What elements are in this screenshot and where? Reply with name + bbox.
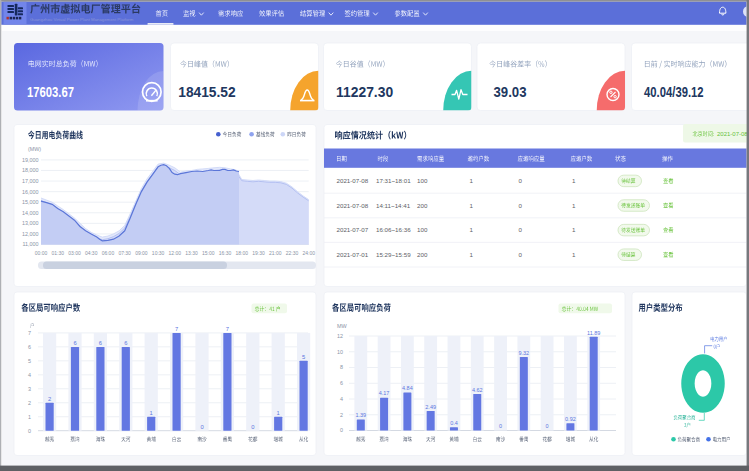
svg-text:(MW): (MW) [28, 146, 41, 152]
svg-text:14,000: 14,000 [22, 210, 39, 216]
svg-text:06:00: 06:00 [102, 250, 115, 256]
svg-text:200: 200 [417, 202, 428, 209]
svg-text:13:30: 13:30 [185, 250, 198, 256]
svg-text:0: 0 [519, 251, 523, 258]
svg-text:01:30: 01:30 [51, 250, 64, 256]
svg-text:200: 200 [417, 251, 428, 258]
svg-text:1: 1 [572, 202, 576, 209]
svg-text:19:30: 19:30 [252, 250, 265, 256]
svg-text:1: 1 [470, 226, 474, 233]
svg-text:07:30: 07:30 [118, 250, 131, 256]
svg-text:0: 0 [340, 427, 343, 433]
svg-text:17,000: 17,000 [22, 178, 39, 184]
svg-text:15:29~15:59: 15:29~15:59 [376, 251, 411, 258]
svg-text:1.39: 1.39 [355, 412, 366, 418]
svg-text:2021-07-01: 2021-07-01 [337, 251, 369, 258]
svg-text:8: 8 [340, 364, 343, 370]
svg-text:16,000: 16,000 [22, 189, 39, 195]
svg-text:0: 0 [200, 424, 203, 430]
svg-text:4.17: 4.17 [379, 390, 390, 396]
svg-text:4: 4 [340, 396, 343, 402]
svg-text:1: 1 [28, 414, 31, 420]
svg-text:100: 100 [417, 177, 428, 184]
svg-text:21:00: 21:00 [269, 250, 282, 256]
svg-text:7: 7 [226, 326, 229, 332]
svg-text:12: 12 [337, 333, 343, 339]
svg-text:MW: MW [337, 323, 348, 329]
svg-text:15:00: 15:00 [202, 250, 215, 256]
svg-text:0.4: 0.4 [450, 420, 458, 426]
svg-text:1: 1 [572, 251, 576, 258]
svg-text:1: 1 [572, 177, 576, 184]
svg-text:7: 7 [28, 330, 31, 336]
svg-text:09:00: 09:00 [135, 250, 148, 256]
svg-text:0: 0 [519, 202, 523, 209]
svg-text:2: 2 [48, 396, 51, 402]
svg-text:24:00: 24:00 [302, 250, 315, 256]
svg-text:1: 1 [572, 226, 576, 233]
svg-text:0: 0 [519, 226, 523, 233]
svg-text:10: 10 [337, 349, 343, 355]
svg-text:15,000: 15,000 [22, 199, 39, 205]
svg-text:40.04/39.12: 40.04/39.12 [644, 85, 704, 100]
svg-text:0: 0 [28, 428, 31, 434]
svg-text:1: 1 [470, 177, 474, 184]
svg-text:16:06~16:36: 16:06~16:36 [376, 226, 411, 233]
svg-text:1: 1 [470, 251, 474, 258]
svg-text:2021-07-08: 2021-07-08 [337, 202, 369, 209]
svg-text:2021-07-08: 2021-07-08 [337, 177, 369, 184]
svg-text:2: 2 [340, 412, 343, 418]
svg-text:1: 1 [470, 202, 474, 209]
svg-text:11227.30: 11227.30 [336, 85, 393, 100]
svg-text:4.62: 4.62 [472, 387, 483, 393]
svg-text:4: 4 [28, 372, 31, 378]
svg-text:18,000: 18,000 [22, 167, 39, 173]
svg-text:1: 1 [277, 410, 280, 416]
svg-text:12,000: 12,000 [22, 231, 39, 237]
svg-text:11,000: 11,000 [22, 241, 38, 247]
svg-text:100: 100 [417, 226, 428, 233]
svg-text:13,000: 13,000 [22, 220, 39, 226]
svg-text:7: 7 [175, 326, 178, 332]
svg-text:Guangzhou Virtual Power Plant: Guangzhou Virtual Power Plant Management… [30, 17, 134, 22]
svg-text:0: 0 [251, 424, 254, 430]
svg-text:4.84: 4.84 [402, 385, 413, 391]
svg-text:5: 5 [28, 358, 31, 364]
svg-text:17:31~18:01: 17:31~18:01 [376, 177, 411, 184]
svg-text:0: 0 [499, 423, 502, 429]
svg-text:18415.52: 18415.52 [178, 85, 236, 100]
svg-text:9.32: 9.32 [518, 350, 529, 356]
svg-text:1: 1 [150, 410, 153, 416]
svg-text:11.89: 11.89 [587, 330, 600, 336]
svg-text:0: 0 [546, 423, 549, 429]
svg-text:16:30: 16:30 [219, 250, 232, 256]
svg-text:00:00: 00:00 [35, 250, 48, 256]
svg-text:6: 6 [99, 340, 102, 346]
svg-text:04:30: 04:30 [85, 250, 98, 256]
svg-text:0.92: 0.92 [565, 416, 576, 422]
svg-text:6: 6 [124, 340, 127, 346]
svg-text:2.49: 2.49 [425, 404, 436, 410]
svg-text:17603.67: 17603.67 [27, 85, 74, 100]
svg-text:2021-07-07: 2021-07-07 [337, 226, 369, 233]
svg-text:03:00: 03:00 [68, 250, 81, 256]
svg-text:22:30: 22:30 [286, 250, 299, 256]
svg-text:19,000: 19,000 [22, 157, 39, 163]
svg-text:2: 2 [28, 400, 31, 406]
svg-text:39.03: 39.03 [494, 85, 527, 100]
svg-text:6: 6 [73, 340, 76, 346]
svg-text:6: 6 [340, 380, 343, 386]
svg-text:6: 6 [28, 344, 31, 350]
svg-text:14:11~14:41: 14:11~14:41 [376, 202, 411, 209]
svg-text:12:00: 12:00 [169, 250, 182, 256]
svg-text:3: 3 [28, 386, 31, 392]
svg-text:5: 5 [302, 354, 305, 360]
svg-text:18:00: 18:00 [236, 250, 249, 256]
svg-text:0: 0 [519, 177, 523, 184]
svg-text:2021-07-08 18:: 2021-07-08 18: [717, 131, 749, 137]
svg-text:10:30: 10:30 [152, 250, 165, 256]
